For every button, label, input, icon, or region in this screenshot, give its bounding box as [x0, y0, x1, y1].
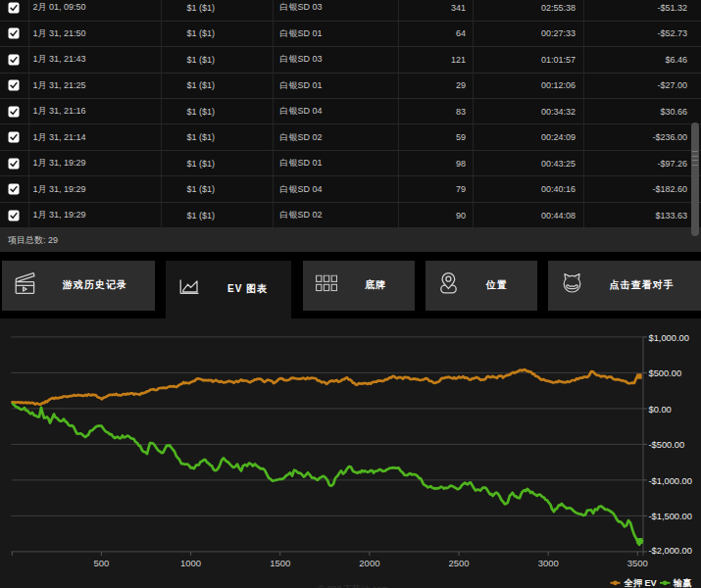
svg-text:500: 500 [93, 558, 109, 568]
svg-text:1000: 1000 [180, 558, 201, 568]
svg-text:1500: 1500 [270, 558, 290, 568]
svg-text:-$1,500.00: -$1,500.00 [649, 512, 692, 521]
svg-text:$500.00: $500.00 [649, 368, 682, 378]
svg-text:© 202: © 202 [318, 584, 341, 588]
svg-text:输赢: 输赢 [673, 578, 691, 588]
svg-text:2500: 2500 [448, 558, 469, 568]
svg-text:3500: 3500 [627, 558, 648, 568]
svg-text:3000: 3000 [538, 558, 559, 568]
svg-text:-$2,000.00: -$2,000.00 [649, 546, 692, 556]
svg-text:-$500.00: -$500.00 [649, 440, 685, 450]
svg-text:-$1,000.00: -$1,000.00 [649, 476, 692, 486]
svg-text:下载站.com: 下载站.com [343, 584, 389, 588]
svg-text:全押 EV: 全押 EV [624, 578, 658, 588]
svg-text:2000: 2000 [359, 558, 379, 568]
svg-text:$0.00: $0.00 [649, 405, 672, 415]
svg-text:$1,000.00: $1,000.00 [649, 333, 689, 343]
